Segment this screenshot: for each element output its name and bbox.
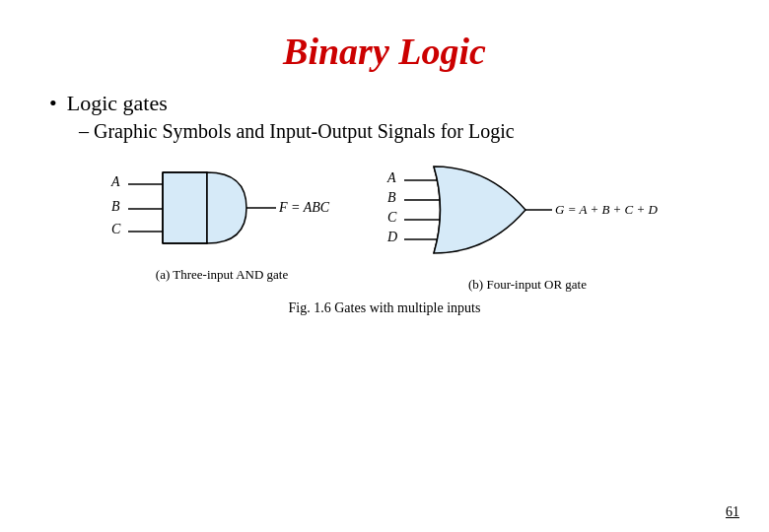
svg-text:C: C	[387, 210, 397, 225]
svg-text:G = A + B + C + D: G = A + B + C + D	[555, 202, 659, 217]
slide-title: Binary Logic	[39, 30, 730, 73]
and-gate-svg-area: A B C	[94, 155, 350, 263]
or-gate-caption: (b) Four-input OR gate	[468, 277, 587, 293]
and-gate-block: A B C	[94, 155, 350, 283]
bullet-label: Logic gates	[67, 91, 168, 116]
svg-text:B: B	[387, 190, 396, 205]
svg-text:C: C	[111, 222, 121, 236]
sub-item: – Graphic Symbols and Input-Output Signa…	[79, 120, 730, 143]
or-gate-svg: A B C D	[380, 155, 675, 273]
svg-text:A: A	[386, 170, 396, 185]
svg-rect-6	[163, 172, 207, 243]
svg-text:D: D	[386, 230, 397, 244]
svg-text:A: A	[110, 174, 120, 189]
bullet-dot: •	[49, 91, 57, 116]
or-gate-svg-area: A B C D	[380, 155, 675, 273]
fig-caption: Fig. 1.6 Gates with multiple inputs	[39, 300, 730, 316]
and-gate-caption: (a) Three-input AND gate	[156, 267, 288, 283]
svg-text:F = ABC: F = ABC	[278, 200, 330, 215]
svg-text:B: B	[111, 199, 120, 214]
or-gate-block: A B C D	[380, 155, 675, 293]
bullet-logic-gates: • Logic gates	[49, 91, 730, 116]
page-number: 61	[726, 504, 739, 520]
slide: Binary Logic • Logic gates – Graphic Sym…	[0, 0, 769, 532]
diagrams-row: A B C	[39, 155, 730, 293]
and-gate-svg: A B C	[94, 155, 350, 263]
